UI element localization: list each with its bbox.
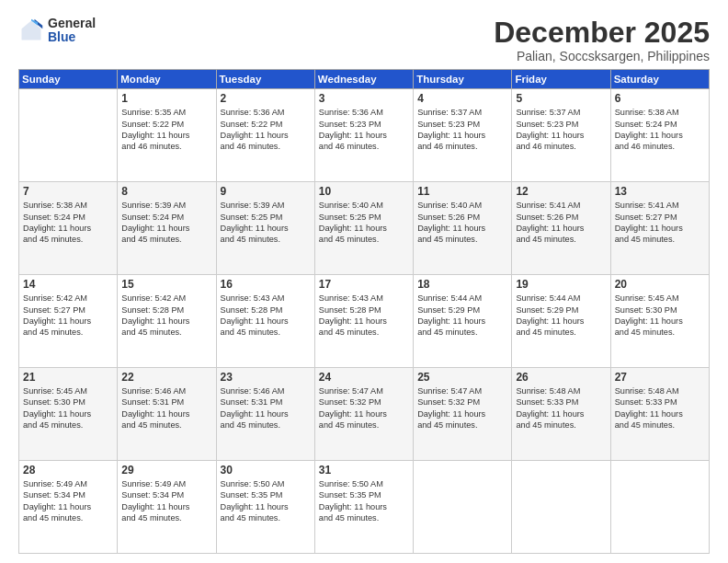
day-header: Sunday: [19, 70, 118, 89]
day-info: Sunrise: 5:36 AM Sunset: 5:23 PM Dayligh…: [319, 107, 410, 153]
day-number: 4: [417, 92, 508, 105]
week-row: 14Sunrise: 5:42 AM Sunset: 5:27 PM Dayli…: [19, 275, 710, 368]
day-header: Thursday: [414, 70, 512, 89]
day-cell: 20Sunrise: 5:45 AM Sunset: 5:30 PM Dayli…: [610, 275, 709, 368]
day-number: 11: [417, 185, 508, 198]
day-header: Wednesday: [314, 70, 413, 89]
header-row: SundayMondayTuesdayWednesdayThursdayFrid…: [19, 70, 710, 89]
day-info: Sunrise: 5:38 AM Sunset: 5:24 PM Dayligh…: [23, 200, 114, 246]
day-info: Sunrise: 5:49 AM Sunset: 5:34 PM Dayligh…: [23, 478, 114, 524]
week-row: 21Sunrise: 5:45 AM Sunset: 5:30 PM Dayli…: [19, 368, 710, 461]
day-cell: 8Sunrise: 5:39 AM Sunset: 5:24 PM Daylig…: [118, 182, 216, 275]
day-header: Monday: [118, 70, 216, 89]
day-cell: [512, 461, 610, 554]
day-cell: 31Sunrise: 5:50 AM Sunset: 5:35 PM Dayli…: [314, 461, 413, 554]
day-info: Sunrise: 5:40 AM Sunset: 5:26 PM Dayligh…: [417, 200, 508, 246]
title-block: December 2025 Palian, Soccsksargen, Phil…: [494, 17, 710, 63]
day-info: Sunrise: 5:36 AM Sunset: 5:22 PM Dayligh…: [221, 107, 312, 153]
day-info: Sunrise: 5:49 AM Sunset: 5:34 PM Dayligh…: [121, 478, 212, 524]
day-info: Sunrise: 5:37 AM Sunset: 5:23 PM Dayligh…: [417, 107, 508, 153]
day-info: Sunrise: 5:46 AM Sunset: 5:31 PM Dayligh…: [221, 385, 312, 431]
week-row: 7Sunrise: 5:38 AM Sunset: 5:24 PM Daylig…: [19, 182, 710, 275]
day-header: Tuesday: [216, 70, 314, 89]
day-cell: 28Sunrise: 5:49 AM Sunset: 5:34 PM Dayli…: [19, 461, 118, 554]
day-number: 13: [615, 185, 706, 198]
logo-icon: [18, 17, 44, 43]
day-number: 17: [319, 278, 410, 291]
day-info: Sunrise: 5:48 AM Sunset: 5:33 PM Dayligh…: [615, 385, 706, 431]
day-info: Sunrise: 5:45 AM Sunset: 5:30 PM Dayligh…: [23, 385, 114, 431]
day-cell: 26Sunrise: 5:48 AM Sunset: 5:33 PM Dayli…: [512, 368, 610, 461]
day-info: Sunrise: 5:42 AM Sunset: 5:27 PM Dayligh…: [23, 293, 114, 339]
day-cell: 27Sunrise: 5:48 AM Sunset: 5:33 PM Dayli…: [610, 368, 709, 461]
day-info: Sunrise: 5:39 AM Sunset: 5:24 PM Dayligh…: [121, 200, 212, 246]
week-row: 28Sunrise: 5:49 AM Sunset: 5:34 PM Dayli…: [19, 461, 710, 554]
day-cell: 12Sunrise: 5:41 AM Sunset: 5:26 PM Dayli…: [512, 182, 610, 275]
month-title: December 2025: [494, 17, 710, 49]
day-cell: 19Sunrise: 5:44 AM Sunset: 5:29 PM Dayli…: [512, 275, 610, 368]
day-number: 3: [319, 92, 410, 105]
day-info: Sunrise: 5:46 AM Sunset: 5:31 PM Dayligh…: [121, 385, 212, 431]
day-number: 23: [221, 371, 312, 384]
day-number: 24: [319, 371, 410, 384]
day-number: 31: [319, 464, 410, 477]
day-cell: 25Sunrise: 5:47 AM Sunset: 5:32 PM Dayli…: [414, 368, 512, 461]
day-cell: 24Sunrise: 5:47 AM Sunset: 5:32 PM Dayli…: [314, 368, 413, 461]
day-number: 28: [23, 464, 114, 477]
day-cell: 7Sunrise: 5:38 AM Sunset: 5:24 PM Daylig…: [19, 182, 118, 275]
day-cell: 11Sunrise: 5:40 AM Sunset: 5:26 PM Dayli…: [414, 182, 512, 275]
day-cell: 6Sunrise: 5:38 AM Sunset: 5:24 PM Daylig…: [610, 89, 709, 182]
logo: General Blue: [18, 17, 96, 45]
page: General Blue December 2025 Palian, Soccs…: [0, 0, 728, 563]
day-cell: 22Sunrise: 5:46 AM Sunset: 5:31 PM Dayli…: [118, 368, 216, 461]
day-number: 8: [121, 185, 212, 198]
day-info: Sunrise: 5:38 AM Sunset: 5:24 PM Dayligh…: [615, 107, 706, 153]
day-info: Sunrise: 5:44 AM Sunset: 5:29 PM Dayligh…: [417, 293, 508, 339]
day-cell: [414, 461, 512, 554]
day-info: Sunrise: 5:43 AM Sunset: 5:28 PM Dayligh…: [221, 293, 312, 339]
day-info: Sunrise: 5:41 AM Sunset: 5:26 PM Dayligh…: [516, 200, 607, 246]
day-number: 26: [516, 371, 607, 384]
day-number: 2: [221, 92, 312, 105]
day-cell: 23Sunrise: 5:46 AM Sunset: 5:31 PM Dayli…: [216, 368, 314, 461]
day-info: Sunrise: 5:43 AM Sunset: 5:28 PM Dayligh…: [319, 293, 410, 339]
day-number: 5: [516, 92, 607, 105]
day-number: 9: [221, 185, 312, 198]
day-info: Sunrise: 5:50 AM Sunset: 5:35 PM Dayligh…: [221, 478, 312, 524]
day-cell: 29Sunrise: 5:49 AM Sunset: 5:34 PM Dayli…: [118, 461, 216, 554]
header: General Blue December 2025 Palian, Soccs…: [18, 17, 710, 63]
day-cell: 5Sunrise: 5:37 AM Sunset: 5:23 PM Daylig…: [512, 89, 610, 182]
day-number: 16: [221, 278, 312, 291]
day-number: 27: [615, 371, 706, 384]
day-cell: 4Sunrise: 5:37 AM Sunset: 5:23 PM Daylig…: [414, 89, 512, 182]
day-number: 29: [121, 464, 212, 477]
day-number: 18: [417, 278, 508, 291]
day-info: Sunrise: 5:40 AM Sunset: 5:25 PM Dayligh…: [319, 200, 410, 246]
day-info: Sunrise: 5:47 AM Sunset: 5:32 PM Dayligh…: [417, 385, 508, 431]
day-cell: 2Sunrise: 5:36 AM Sunset: 5:22 PM Daylig…: [216, 89, 314, 182]
day-header: Saturday: [610, 70, 709, 89]
day-number: 15: [121, 278, 212, 291]
day-cell: 30Sunrise: 5:50 AM Sunset: 5:35 PM Dayli…: [216, 461, 314, 554]
day-number: 6: [615, 92, 706, 105]
day-number: 30: [221, 464, 312, 477]
day-info: Sunrise: 5:50 AM Sunset: 5:35 PM Dayligh…: [319, 478, 410, 524]
day-cell: 17Sunrise: 5:43 AM Sunset: 5:28 PM Dayli…: [314, 275, 413, 368]
day-info: Sunrise: 5:35 AM Sunset: 5:22 PM Dayligh…: [121, 107, 212, 153]
calendar-table: SundayMondayTuesdayWednesdayThursdayFrid…: [18, 69, 710, 554]
day-number: 14: [23, 278, 114, 291]
day-cell: 15Sunrise: 5:42 AM Sunset: 5:28 PM Dayli…: [118, 275, 216, 368]
day-header: Friday: [512, 70, 610, 89]
day-cell: 18Sunrise: 5:44 AM Sunset: 5:29 PM Dayli…: [414, 275, 512, 368]
day-info: Sunrise: 5:48 AM Sunset: 5:33 PM Dayligh…: [516, 385, 607, 431]
day-number: 20: [615, 278, 706, 291]
day-cell: 9Sunrise: 5:39 AM Sunset: 5:25 PM Daylig…: [216, 182, 314, 275]
day-info: Sunrise: 5:39 AM Sunset: 5:25 PM Dayligh…: [221, 200, 312, 246]
day-cell: 21Sunrise: 5:45 AM Sunset: 5:30 PM Dayli…: [19, 368, 118, 461]
day-cell: 10Sunrise: 5:40 AM Sunset: 5:25 PM Dayli…: [314, 182, 413, 275]
day-info: Sunrise: 5:47 AM Sunset: 5:32 PM Dayligh…: [319, 385, 410, 431]
logo-text: General Blue: [48, 17, 96, 45]
day-info: Sunrise: 5:45 AM Sunset: 5:30 PM Dayligh…: [615, 293, 706, 339]
day-cell: 3Sunrise: 5:36 AM Sunset: 5:23 PM Daylig…: [314, 89, 413, 182]
day-number: 12: [516, 185, 607, 198]
